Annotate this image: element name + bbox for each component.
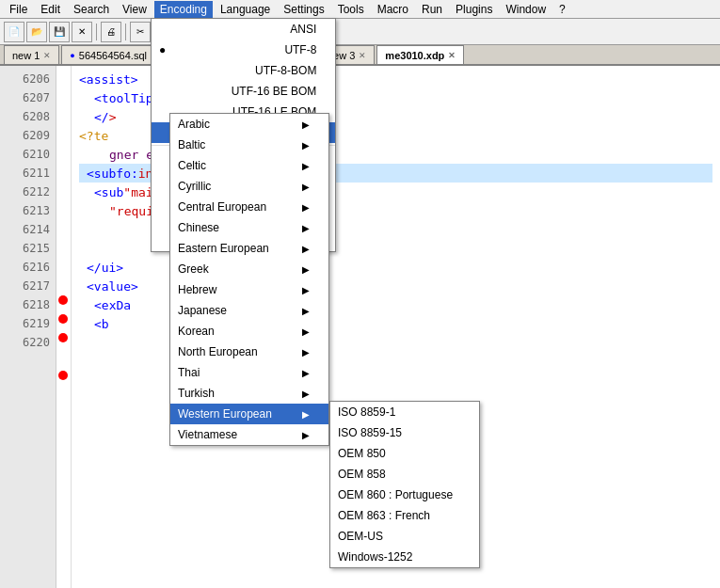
charset-chinese[interactable]: Chinese ▶: [170, 217, 328, 238]
greek-arrow: ▶: [302, 264, 310, 275]
vietnamese-label: Vietnamese: [178, 428, 237, 441]
encoding-ansi[interactable]: ANSI: [152, 19, 335, 40]
menu-run[interactable]: Run: [416, 1, 448, 18]
ansi-label: ANSI: [290, 23, 316, 36]
arabic-label: Arabic: [178, 118, 210, 131]
chinese-label: Chinese: [178, 221, 219, 234]
menu-encoding[interactable]: Encoding: [154, 1, 213, 18]
toolbar-open[interactable]: 📂: [26, 22, 47, 42]
charset-celtic[interactable]: Celtic ▶: [170, 155, 328, 176]
toolbar-sep-1: [96, 24, 97, 40]
hebrew-arrow: ▶: [302, 285, 310, 295]
charset-cyrillic[interactable]: Cyrillic ▶: [170, 176, 328, 197]
menu-bar: File Edit Search View Encoding Language …: [0, 0, 720, 19]
charset-northeur[interactable]: North European ▶: [170, 342, 328, 362]
line-6210: 6210: [0, 145, 56, 164]
marker-area: [56, 66, 72, 588]
charset-turkish[interactable]: Turkish ▶: [170, 383, 328, 404]
korean-label: Korean: [178, 325, 215, 338]
menu-plugins[interactable]: Plugins: [450, 1, 498, 18]
japanese-arrow: ▶: [302, 306, 310, 316]
westerneur-arrow: ▶: [302, 409, 310, 420]
iso8859-15-label: ISO 8859-15: [338, 426, 402, 439]
menu-language[interactable]: Language: [215, 1, 276, 18]
baltic-label: Baltic: [178, 138, 205, 151]
menu-search[interactable]: Search: [68, 1, 115, 18]
western-oem863[interactable]: OEM 863 : French: [330, 505, 479, 526]
oem850-label: OEM 850: [338, 447, 386, 460]
greek-label: Greek: [178, 262, 209, 276]
tab-new3-close[interactable]: ✕: [359, 51, 366, 60]
utf8-radio-dot: ●: [159, 43, 174, 56]
charset-vietnamese[interactable]: Vietnamese ▶: [170, 424, 328, 445]
japanese-label: Japanese: [178, 304, 227, 317]
arabic-arrow: ▶: [302, 119, 310, 130]
cyrillic-arrow: ▶: [302, 182, 310, 192]
utf16be-label: UTF-16 BE BOM: [232, 85, 317, 98]
marker-6216: [58, 371, 68, 380]
encoding-utf16be[interactable]: UTF-16 BE BOM: [152, 81, 335, 102]
westerneur-label: Western European: [178, 407, 272, 421]
chinese-arrow: ▶: [302, 223, 310, 233]
western-oem860[interactable]: OEM 860 : Portuguese: [330, 485, 479, 505]
centraleur-label: Central European: [178, 200, 266, 214]
easterneur-arrow: ▶: [302, 244, 310, 254]
western-windows1252[interactable]: Windows-1252: [330, 547, 479, 567]
toolbar-new[interactable]: 📄: [4, 22, 24, 42]
centraleur-arrow: ▶: [302, 202, 310, 213]
charset-westerneur[interactable]: Western European ▶: [170, 404, 328, 424]
charset-centraleur[interactable]: Central European ▶: [170, 197, 328, 217]
line-6214: 6214: [0, 220, 56, 239]
tab-new1-close[interactable]: ✕: [43, 51, 51, 60]
cyrillic-label: Cyrillic: [178, 180, 211, 193]
line-6217: 6217: [0, 277, 56, 295]
western-iso8859-15[interactable]: ISO 8859-15: [330, 422, 479, 443]
charset-baltic[interactable]: Baltic ▶: [170, 135, 328, 155]
toolbar: 📄 📂 💾 ✕ 🖨 ✂ 📋 📌 ↩ ↪: [0, 19, 720, 45]
western-submenu: ISO 8859-1 ISO 8859-15 OEM 850 OEM 858 O…: [329, 401, 480, 568]
toolbar-close[interactable]: ✕: [72, 22, 92, 42]
toolbar-print[interactable]: 🖨: [101, 22, 121, 42]
iso8859-1-label: ISO 8859-1: [338, 405, 395, 419]
menu-edit[interactable]: Edit: [35, 1, 66, 18]
western-oem850[interactable]: OEM 850: [330, 443, 479, 464]
western-iso8859-1[interactable]: ISO 8859-1: [330, 402, 479, 422]
line-6219: 6219: [0, 314, 56, 333]
menu-settings[interactable]: Settings: [278, 1, 329, 18]
hebrew-label: Hebrew: [178, 283, 216, 296]
charset-submenu: Arabic ▶ Baltic ▶ Celtic ▶ Cyrillic ▶ Ce…: [169, 113, 329, 446]
tab-sql-radio: ●: [70, 51, 74, 60]
charset-korean[interactable]: Korean ▶: [170, 321, 328, 342]
charset-arabic[interactable]: Arabic ▶: [170, 114, 328, 135]
vietnamese-arrow: ▶: [302, 430, 310, 440]
menu-help[interactable]: ?: [553, 1, 571, 18]
toolbar-save[interactable]: 💾: [49, 22, 70, 42]
encoding-utf8bom[interactable]: UTF-8-BOM: [152, 60, 335, 81]
menu-tools[interactable]: Tools: [332, 1, 370, 18]
western-oemus[interactable]: OEM-US: [330, 526, 479, 547]
menu-view[interactable]: View: [117, 1, 152, 18]
menu-macro[interactable]: Macro: [372, 1, 414, 18]
line-6213: 6213: [0, 201, 56, 220]
charset-hebrew[interactable]: Hebrew ▶: [170, 279, 328, 300]
charset-japanese[interactable]: Japanese ▶: [170, 300, 328, 321]
charset-thai[interactable]: Thai ▶: [170, 362, 328, 383]
line-6216: 6216: [0, 258, 56, 277]
western-oem858[interactable]: OEM 858: [330, 464, 479, 485]
encoding-utf8[interactable]: ● UTF-8: [152, 40, 335, 60]
menu-file[interactable]: File: [4, 1, 33, 18]
line-6211: 6211: [0, 164, 56, 183]
menu-window[interactable]: Window: [500, 1, 552, 18]
line-6212: 6212: [0, 183, 56, 201]
tab-new1[interactable]: new 1 ✕: [4, 45, 59, 64]
northeur-label: North European: [178, 345, 258, 358]
tab-xdp-close[interactable]: ✕: [448, 51, 456, 60]
line-6215: 6215: [0, 239, 56, 258]
windows1252-label: Windows-1252: [338, 550, 412, 564]
tab-xdp[interactable]: me3010.xdp ✕: [376, 45, 464, 64]
line-6218: 6218: [0, 295, 56, 314]
toolbar-cut[interactable]: ✂: [130, 22, 151, 42]
charset-easterneur[interactable]: Eastern European ▶: [170, 238, 328, 259]
charset-greek[interactable]: Greek ▶: [170, 259, 328, 279]
oem863-label: OEM 863 : French: [338, 509, 430, 522]
